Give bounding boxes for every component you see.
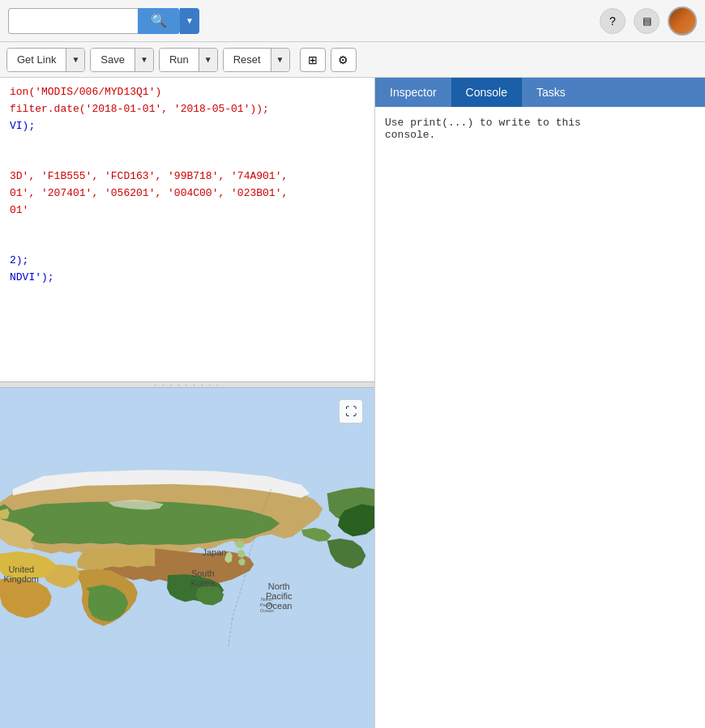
- search-input[interactable]: [8, 8, 138, 34]
- settings-button[interactable]: ⚙: [331, 48, 357, 72]
- code-line: filter.date('2018-01-01', '2018-05-01'))…: [0, 101, 374, 118]
- save-group: Save ▼: [90, 48, 154, 72]
- inspector-tabs: Inspector Console Tasks: [375, 78, 705, 107]
- map-panel-bottom: North Pacific Ocean: [0, 388, 374, 728]
- reset-dropdown[interactable]: ▼: [271, 48, 289, 72]
- run-dropdown[interactable]: ▼: [199, 48, 217, 72]
- code-line: 01': [0, 202, 374, 219]
- save-button[interactable]: Save: [91, 48, 135, 72]
- top-right-icons: ? ▤: [600, 6, 697, 36]
- code-line: ion('MODIS/006/MYD13Q1'): [0, 84, 374, 101]
- search-dropdown-button[interactable]: ▼: [180, 8, 199, 34]
- run-group: Run ▼: [159, 48, 218, 72]
- help-icon: ?: [609, 15, 616, 28]
- panel-divider[interactable]: · · · · · · · · ·: [0, 381, 374, 388]
- search-icon: 🔍: [151, 13, 167, 28]
- fullscreen-button[interactable]: ⛶: [339, 399, 363, 424]
- code-line: NDVI');: [0, 270, 374, 287]
- map-svg: North Pacific Ocean: [0, 388, 374, 728]
- reset-group: Reset ▼: [223, 48, 290, 72]
- grid-button[interactable]: ⊞: [300, 48, 326, 72]
- inspector-console-content: Use print(...) to write to thisconsole.: [375, 107, 705, 728]
- svg-text:Ocean: Ocean: [260, 608, 274, 613]
- code-line: VI);: [0, 118, 374, 135]
- main-content: ion('MODIS/006/MYD13Q1') filter.date('20…: [0, 78, 705, 728]
- code-line: 01', '207401', '056201', '004C00', '023B…: [0, 185, 374, 202]
- tab-inspector[interactable]: Inspector: [375, 78, 451, 107]
- save-dropdown[interactable]: ▼: [135, 48, 153, 72]
- code-editor[interactable]: ion('MODIS/006/MYD13Q1') filter.date('20…: [0, 78, 374, 381]
- svg-text:Pacific: Pacific: [260, 602, 274, 607]
- run-button[interactable]: Run: [160, 48, 199, 72]
- tab-tasks[interactable]: Tasks: [522, 78, 580, 107]
- help-button[interactable]: ?: [600, 8, 626, 34]
- user-avatar[interactable]: [668, 6, 697, 36]
- code-line: 2);: [0, 253, 374, 270]
- chevron-down-icon: ▼: [186, 16, 194, 25]
- editor-panel: ion('MODIS/006/MYD13Q1') filter.date('20…: [0, 78, 375, 728]
- search-button[interactable]: 🔍: [138, 8, 180, 34]
- tab-console[interactable]: Console: [451, 78, 522, 107]
- settings-icon: ⚙: [338, 53, 348, 66]
- inspector-panel: Inspector Console Tasks Use print(...) t…: [375, 78, 705, 728]
- grid-icon: ⊞: [308, 53, 318, 66]
- code-line: [0, 151, 374, 168]
- code-line: [0, 134, 374, 151]
- get-link-button[interactable]: Get Link: [7, 48, 66, 72]
- code-line: 3D', 'F1B555', 'FCD163', '99B718', '74A9…: [0, 168, 374, 185]
- reset-button[interactable]: Reset: [224, 48, 271, 72]
- code-line: [0, 236, 374, 253]
- search-group: 🔍 ▼: [8, 8, 199, 34]
- svg-text:North: North: [261, 597, 272, 602]
- feedback-icon: ▤: [643, 15, 652, 27]
- get-link-group: Get Link ▼: [6, 48, 85, 72]
- get-link-dropdown[interactable]: ▼: [66, 48, 84, 72]
- console-message: Use print(...) to write to thisconsole.: [385, 117, 695, 141]
- toolbar: Get Link ▼ Save ▼ Run ▼ Reset ▼ ⊞ ⚙: [0, 42, 705, 78]
- fullscreen-icon: ⛶: [345, 405, 357, 418]
- code-line: [0, 219, 374, 236]
- feedback-button[interactable]: ▤: [634, 8, 660, 34]
- top-bar: 🔍 ▼ ? ▤: [0, 0, 705, 42]
